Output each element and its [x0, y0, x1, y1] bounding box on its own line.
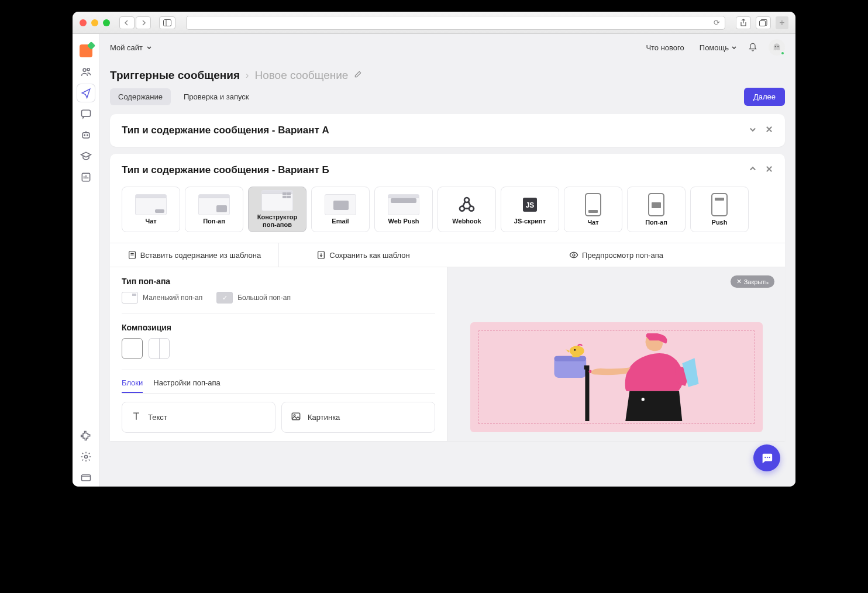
rail-reports-icon[interactable] [77, 168, 95, 186]
rail-settings-icon[interactable] [77, 448, 95, 466]
type-js-script[interactable]: JS JS-скрипт [501, 187, 559, 232]
site-dropdown[interactable]: Мой сайт [110, 43, 152, 52]
popup-type-small[interactable]: Маленький поп-ап [122, 292, 202, 304]
tabs-icon[interactable] [756, 16, 771, 29]
traffic-lights [80, 19, 110, 26]
svg-point-14 [460, 206, 464, 211]
type-sdk-push[interactable]: Push [690, 187, 749, 232]
editor-row: Тип поп-апа Маленький поп-ап Большой поп… [110, 267, 785, 441]
minimize-window-icon[interactable] [91, 19, 98, 26]
new-tab-button[interactable]: + [776, 16, 788, 29]
type-email[interactable]: Email [311, 187, 370, 232]
edit-name-icon[interactable] [354, 70, 362, 81]
next-button[interactable]: Далее [744, 88, 785, 106]
help-dropdown[interactable]: Помощь [695, 43, 742, 52]
big-popup-icon [216, 292, 233, 304]
breadcrumb-sep-icon: › [246, 70, 249, 81]
svg-text:JS: JS [526, 201, 535, 209]
save-template-button[interactable]: Сохранить как шаблон [278, 243, 447, 267]
composition-split[interactable] [149, 338, 170, 359]
popup-close-button[interactable]: ✕ Закрыть [731, 275, 774, 288]
editor-canvas: ✕ Закрыть [447, 267, 785, 441]
rail-card-icon[interactable] [77, 469, 95, 487]
svg-rect-6 [82, 133, 89, 138]
type-popup-builder[interactable]: Конструктор поп-апов [248, 187, 306, 232]
eye-icon [569, 250, 578, 260]
step-content[interactable]: Содержание [110, 88, 171, 105]
composition-title: Композиция [110, 313, 447, 338]
popup-preview[interactable] [470, 322, 763, 432]
editor-sidebar: Тип поп-апа Маленький поп-ап Большой поп… [110, 267, 447, 441]
variant-b-title: Тип и содержание сообщения - Вариант Б [122, 164, 740, 176]
close-icon[interactable] [765, 165, 773, 175]
chevron-down-icon [146, 44, 152, 50]
avatar[interactable] [769, 39, 785, 56]
popup-illustration [484, 333, 749, 421]
composition-single[interactable] [122, 338, 143, 359]
type-webhook[interactable]: Webhook [438, 187, 496, 232]
breadcrumb-parent[interactable]: Триггерные сообщения [110, 69, 240, 82]
back-button[interactable] [119, 16, 135, 29]
type-popup[interactable]: Поп-ап [185, 187, 243, 232]
svg-point-4 [87, 68, 89, 71]
rail-chat-icon[interactable] [77, 105, 95, 123]
svg-point-27 [570, 346, 584, 356]
variant-a-title: Тип и содержание сообщения - Вариант А [122, 125, 740, 136]
presence-indicator [780, 51, 785, 56]
close-window-icon[interactable] [80, 19, 87, 26]
rail-send-icon[interactable] [77, 84, 95, 102]
sidebar-toggle-icon[interactable] [159, 16, 175, 29]
tab-settings[interactable]: Настройки поп-апа [153, 378, 221, 393]
maximize-window-icon[interactable] [103, 19, 110, 26]
close-icon[interactable] [765, 125, 773, 136]
popup-type-title: Тип поп-апа [110, 267, 447, 292]
svg-point-33 [767, 457, 768, 458]
popup-drop-zone[interactable] [478, 330, 755, 424]
breadcrumb: Триггерные сообщения › Новое сообщение [99, 61, 795, 88]
step-review[interactable]: Проверка и запуск [175, 88, 257, 105]
svg-point-32 [764, 457, 766, 458]
tab-blocks[interactable]: Блоки [122, 378, 143, 393]
svg-point-3 [83, 68, 86, 71]
text-block-icon [130, 411, 142, 424]
template-out-icon [316, 250, 326, 260]
svg-point-7 [84, 135, 85, 136]
svg-point-8 [87, 135, 88, 136]
browser-window: ⟳ + Мой сайт Что н [73, 12, 795, 487]
svg-rect-5 [81, 110, 90, 116]
type-web-push[interactable]: Web Push [374, 187, 433, 232]
type-chat[interactable]: Чат [122, 187, 180, 232]
whats-new-link[interactable]: Что нового [641, 43, 688, 52]
rail-plugin-icon[interactable] [77, 427, 95, 444]
small-popup-icon [122, 292, 138, 304]
url-bar[interactable]: ⟳ [186, 16, 725, 30]
chevron-up-icon[interactable] [749, 165, 757, 175]
rail-bot-icon[interactable] [77, 126, 95, 144]
rail-users-icon[interactable] [77, 63, 95, 81]
forward-button[interactable] [136, 16, 151, 29]
chevron-down-icon[interactable] [749, 125, 757, 136]
block-text[interactable]: Текст [122, 402, 275, 433]
popup-type-big[interactable]: Большой поп-ап [216, 292, 291, 304]
svg-rect-22 [292, 413, 299, 420]
steps-row: Содержание Проверка и запуск Далее [99, 88, 795, 114]
rail-learn-icon[interactable] [77, 147, 95, 165]
type-sdk-chat[interactable]: Чат [564, 187, 622, 232]
chat-fab[interactable] [753, 444, 780, 471]
notifications-icon[interactable] [748, 42, 758, 53]
type-sdk-popup[interactable]: Поп-ап [627, 187, 686, 232]
share-icon[interactable] [736, 16, 751, 29]
rail-logo[interactable] [77, 42, 95, 60]
svg-rect-25 [554, 356, 587, 361]
js-icon: JS [519, 194, 541, 215]
preview-button[interactable]: Предпросмотр поп-апа [447, 243, 785, 267]
reload-icon[interactable]: ⟳ [714, 18, 720, 27]
insert-template-button[interactable]: Вставить содержание из шаблона [110, 243, 278, 267]
svg-point-13 [777, 46, 779, 47]
block-image[interactable]: Картинка [281, 402, 435, 433]
topbar: Мой сайт Что нового Помощь [99, 34, 795, 61]
webhook-icon [456, 194, 478, 215]
variant-a-card: Тип и содержание сообщения - Вариант А [110, 114, 785, 147]
svg-rect-11 [81, 475, 90, 481]
svg-point-21 [573, 254, 575, 256]
